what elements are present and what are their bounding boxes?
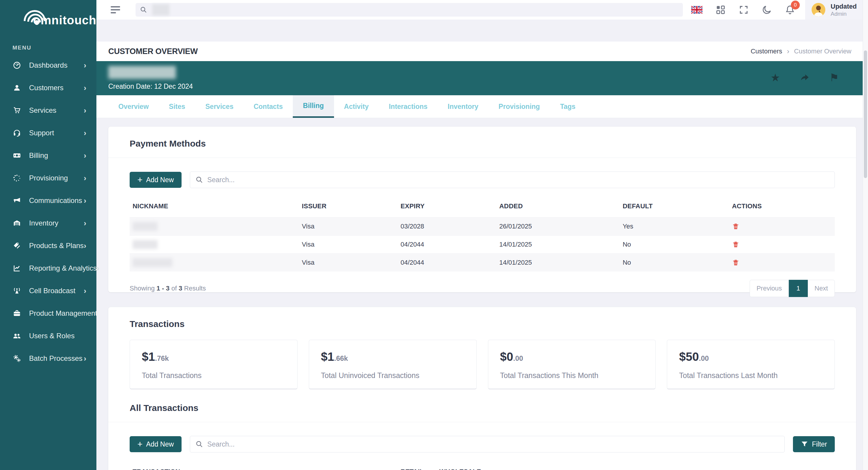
sidebar-item-communications[interactable]: Communications › bbox=[0, 189, 96, 212]
gauge-icon bbox=[12, 61, 21, 70]
sidebar-item-label: Products & Plans bbox=[29, 242, 84, 250]
sidebar: omnitouch MENU Dashboards › Customers › … bbox=[0, 0, 96, 470]
share-icon[interactable] bbox=[800, 73, 810, 83]
menu-toggle-icon[interactable] bbox=[111, 4, 120, 15]
results-summary: Showing 1 - 3 of 3 Results bbox=[130, 285, 206, 292]
tab-sites[interactable]: Sites bbox=[159, 95, 195, 118]
search-icon bbox=[140, 6, 148, 14]
payment-methods-table: NICKNAME ISSUER EXPIRY ADDED DEFAULT ACT… bbox=[130, 198, 835, 272]
sidebar-item-provisioning[interactable]: Provisioning › bbox=[0, 167, 96, 189]
sidebar-item-cell-broadcast[interactable]: Cell Broadcast › bbox=[0, 280, 96, 302]
flag-icon[interactable]: ⚑ bbox=[830, 72, 839, 83]
breadcrumb-customers[interactable]: Customers bbox=[750, 48, 782, 55]
global-search-input[interactable] bbox=[135, 3, 683, 17]
brand-logo-icon bbox=[21, 8, 37, 32]
dark-mode-moon-icon[interactable] bbox=[762, 5, 772, 15]
col-nickname: NICKNAME bbox=[130, 198, 299, 217]
payment-methods-card: Payment Methods + Add New Search... NICK… bbox=[108, 127, 856, 292]
sidebar-item-products-plans[interactable]: Products & Plans › bbox=[0, 234, 96, 257]
col-wholesale-cost: WHOLESALE COST bbox=[436, 463, 479, 470]
delete-trash-icon[interactable] bbox=[732, 222, 740, 230]
chevron-right-icon: › bbox=[84, 241, 86, 250]
col-default: DEFAULT bbox=[620, 198, 729, 217]
col-added: ADDED bbox=[496, 198, 620, 217]
stat-this-month: $0.00 Total Transactions This Month bbox=[488, 340, 656, 389]
favorite-star-icon[interactable]: ★ bbox=[770, 72, 780, 83]
tab-tags[interactable]: Tags bbox=[550, 95, 586, 118]
sidebar-item-inventory[interactable]: Inventory › bbox=[0, 212, 96, 234]
sidebar-item-product-management[interactable]: Product Management bbox=[0, 302, 96, 324]
transactions-search-input[interactable]: Search... bbox=[190, 436, 785, 452]
fullscreen-icon[interactable] bbox=[739, 5, 749, 15]
all-transactions-table: TRANSACTION ID▾ TITLE RETAIL COST WHOLES… bbox=[130, 463, 835, 470]
creation-date: Creation Date: 12 Dec 2024 bbox=[108, 83, 851, 91]
search-icon bbox=[195, 176, 203, 184]
user-role: Admin bbox=[831, 11, 857, 17]
sidebar-item-label: Cell Broadcast bbox=[29, 287, 84, 295]
line-chart-icon bbox=[12, 264, 21, 273]
sidebar-item-label: Product Management bbox=[29, 309, 97, 317]
notifications-bell-icon[interactable]: 0 bbox=[785, 5, 795, 15]
tab-inventory[interactable]: Inventory bbox=[438, 95, 489, 118]
scrollbar-thumb[interactable] bbox=[864, 51, 867, 178]
add-transaction-button[interactable]: + Add New bbox=[130, 436, 182, 452]
tab-interactions[interactable]: Interactions bbox=[379, 95, 438, 118]
add-payment-method-button[interactable]: + Add New bbox=[130, 172, 182, 188]
chevron-right-icon: › bbox=[84, 83, 86, 93]
col-expiry: EXPIRY bbox=[398, 198, 496, 217]
briefcase-icon bbox=[12, 309, 21, 318]
filter-button[interactable]: Filter bbox=[793, 436, 835, 452]
pagination-page-1-button[interactable]: 1 bbox=[789, 280, 808, 297]
sidebar-item-services[interactable]: Services › bbox=[0, 99, 96, 122]
language-flag-uk-icon[interactable] bbox=[691, 6, 703, 14]
tab-billing[interactable]: Billing bbox=[293, 95, 334, 118]
sidebar-item-reporting-analytics[interactable]: Reporting & Analytics › bbox=[0, 257, 96, 280]
tab-contacts[interactable]: Contacts bbox=[244, 95, 293, 118]
delete-trash-icon[interactable] bbox=[732, 240, 740, 249]
sidebar-item-label: Billing bbox=[29, 151, 84, 160]
apps-grid-icon[interactable] bbox=[715, 5, 725, 15]
vertical-scrollbar[interactable] bbox=[863, 0, 868, 470]
col-invoiced: INVOICED? bbox=[479, 463, 578, 470]
tab-services[interactable]: Services bbox=[195, 95, 244, 118]
spinner-dots-icon bbox=[12, 174, 21, 183]
payment-methods-toolbar: + Add New Search... bbox=[108, 158, 856, 188]
pagination-previous-button[interactable]: Previous bbox=[750, 280, 789, 297]
chevron-right-icon: › bbox=[84, 219, 86, 228]
chevron-right-icon: › bbox=[84, 151, 86, 160]
table-header-row: TRANSACTION ID▾ TITLE RETAIL COST WHOLES… bbox=[130, 463, 835, 470]
sidebar-item-support[interactable]: Support › bbox=[0, 122, 96, 144]
topbar: 0 Updated Admin bbox=[96, 0, 868, 20]
chevron-right-icon: › bbox=[84, 286, 86, 295]
redacted-customer-name bbox=[108, 66, 176, 79]
delete-trash-icon[interactable] bbox=[732, 258, 740, 267]
banner-actions: ★ ⚑ bbox=[770, 72, 839, 83]
sidebar-item-billing[interactable]: Billing › bbox=[0, 144, 96, 167]
sidebar-section-label: MENU bbox=[0, 33, 96, 54]
col-issuer: ISSUER bbox=[299, 198, 398, 217]
search-placeholder: Search... bbox=[207, 440, 235, 448]
tab-overview[interactable]: Overview bbox=[108, 95, 159, 118]
chevron-right-icon: › bbox=[84, 128, 86, 138]
tab-provisioning[interactable]: Provisioning bbox=[489, 95, 550, 118]
sidebar-nav: Dashboards › Customers › Services › Supp… bbox=[0, 54, 96, 370]
col-transaction-id[interactable]: TRANSACTION ID▾ bbox=[130, 463, 176, 470]
page-header: CUSTOMER OVERVIEW Customers › Customer O… bbox=[96, 41, 863, 61]
pagination: Previous 1 Next bbox=[750, 280, 835, 297]
tab-activity[interactable]: Activity bbox=[334, 95, 379, 118]
sidebar-item-customers[interactable]: Customers › bbox=[0, 76, 96, 99]
sidebar-item-label: Reporting & Analytics bbox=[29, 264, 97, 272]
sidebar-item-users-roles[interactable]: Users & Roles bbox=[0, 324, 96, 347]
pagination-next-button[interactable]: Next bbox=[808, 280, 835, 297]
all-transactions-toolbar: + Add New Search... Filter bbox=[108, 422, 856, 452]
money-icon bbox=[12, 151, 21, 160]
sidebar-item-label: Dashboards bbox=[29, 61, 84, 69]
brand-logo[interactable]: omnitouch bbox=[0, 0, 96, 33]
garage-icon bbox=[12, 219, 21, 227]
payment-methods-search-input[interactable]: Search... bbox=[190, 171, 835, 188]
search-icon bbox=[195, 440, 203, 448]
sidebar-item-batch-processes[interactable]: Batch Processes › bbox=[0, 347, 96, 370]
cart-icon bbox=[12, 106, 21, 115]
user-menu[interactable]: Updated Admin bbox=[805, 0, 868, 20]
sidebar-item-dashboards[interactable]: Dashboards › bbox=[0, 54, 96, 76]
